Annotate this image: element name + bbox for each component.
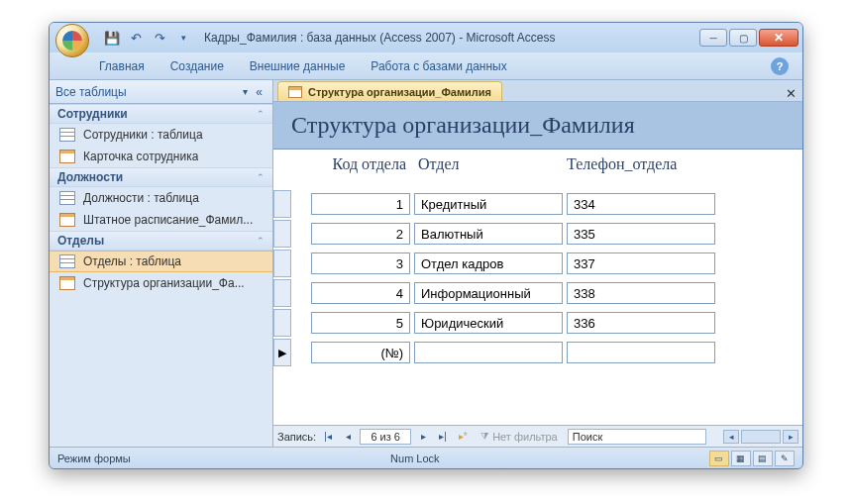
nav-dropdown-icon[interactable]: ▾ [239,86,252,97]
scroll-right-button[interactable]: ▸ [783,430,798,444]
cell-dept[interactable]: Валютный [414,223,563,245]
minimize-button[interactable]: ─ [699,29,727,47]
record-selector[interactable] [273,250,291,277]
scroll-thumb[interactable] [741,430,781,444]
ribbon-tab-create[interactable]: Создание [168,55,226,79]
table-icon [59,254,75,268]
cell-phone[interactable]: 338 [567,282,715,304]
collapse-icon[interactable]: ⌃ [257,109,265,119]
nav-item-org-structure-form[interactable]: Структура организации_Фа... [50,272,272,294]
navigation-pane: Все таблицы ▾ « Сотрудники ⌃ Сотрудники … [50,80,273,447]
search-box[interactable]: Поиск [568,429,706,445]
cell-phone-new[interactable] [567,342,715,363]
cell-dept[interactable]: Отдел кадров [414,252,563,274]
record-label: Запись: [277,431,316,443]
data-row: 4 Информационный 338 [273,278,802,308]
cell-id[interactable]: 5 [311,312,410,334]
nav-item-staffing-form[interactable]: Штатное расписание_Фамил... [50,209,272,231]
ribbon-tab-dbtools[interactable]: Работа с базами данных [369,55,508,79]
nav-item-label: Штатное расписание_Фамил... [83,213,253,227]
next-record-button[interactable]: ▸ [415,429,431,445]
rows: 1 Кредитный 334 2 Валютный 335 3 Отдел к… [273,189,802,425]
cell-id[interactable]: 2 [311,223,410,245]
nav-item-positions-table[interactable]: Должности : таблица [50,187,272,209]
redo-icon[interactable]: ↷ [151,29,168,47]
nav-item-employees-table[interactable]: Сотрудники : таблица [50,124,272,146]
document-tab[interactable]: Структура организации_Фамилия [277,81,502,101]
form-icon [59,276,75,290]
cell-id[interactable]: 4 [311,282,410,304]
collapse-icon[interactable]: ⌃ [257,172,265,182]
cell-phone[interactable]: 334 [567,193,715,215]
cell-id[interactable]: 3 [311,252,410,274]
qat-more-icon[interactable]: ▾ [174,29,192,47]
close-button[interactable]: ✕ [759,29,798,47]
form-view-button[interactable]: ▭ [709,451,729,466]
nav-item-departments-table[interactable]: Отделы : таблица [50,251,272,272]
quick-access-toolbar: 💾 ↶ ↷ ▾ [103,29,192,47]
new-record-button[interactable]: ▸* [455,429,471,445]
nav-item-employee-card[interactable]: Карточка сотрудника [50,146,272,167]
titlebar: 💾 ↶ ↷ ▾ Кадры_Фамилия : база данных (Acc… [50,23,802,52]
prev-record-button[interactable]: ◂ [340,429,356,445]
cell-phone[interactable]: 336 [567,312,715,334]
form-icon [59,213,75,227]
layout-view-button[interactable]: ▤ [753,451,773,466]
first-record-button[interactable]: |◂ [320,429,336,445]
cell-dept[interactable]: Информационный [414,282,563,304]
window-title: Кадры_Фамилия : база данных (Access 2007… [192,31,699,45]
save-icon[interactable]: 💾 [103,29,121,47]
record-selector[interactable] [273,190,291,218]
status-bar: Режим формы Num Lock ▭ ▦ ▤ ✎ [50,447,802,468]
record-selector-current[interactable]: ▶ [273,339,291,366]
record-selector[interactable] [273,279,291,307]
scroll-left-button[interactable]: ◂ [723,430,739,444]
cell-phone[interactable]: 335 [567,223,715,245]
cell-dept[interactable]: Кредитный [414,193,563,215]
document-close-button[interactable]: ✕ [783,86,802,101]
record-selector[interactable] [273,309,291,337]
form-surface: Структура организации_Фамилия Код отдела… [273,102,802,425]
nav-pane-header[interactable]: Все таблицы ▾ « [50,80,272,104]
new-record-row: ▶ (№) [273,338,802,367]
cell-dept[interactable]: Юридический [414,312,563,334]
table-icon [59,191,75,205]
maximize-button[interactable]: ▢ [729,29,757,47]
ribbon-tab-external[interactable]: Внешние данные [248,55,348,79]
cell-id[interactable]: 1 [311,193,410,215]
record-position[interactable]: 6 из 6 [360,429,411,445]
nav-group-positions[interactable]: Должности ⌃ [50,167,272,187]
column-headers: Код отдела Отдел Телефон_отдела [273,150,802,179]
datasheet-view-button[interactable]: ▦ [731,451,751,466]
col-header-dept: Отдел [412,155,561,173]
nav-item-label: Отделы : таблица [83,254,181,268]
col-header-id: Код отдела [313,155,412,173]
nav-collapse-icon[interactable]: « [252,85,266,99]
design-view-button[interactable]: ✎ [775,451,795,466]
ribbon-tab-home[interactable]: Главная [97,55,147,79]
cell-id-new[interactable]: (№) [311,342,410,363]
ribbon: Главная Создание Внешние данные Работа с… [50,52,802,80]
filter-indicator[interactable]: ⧩ Нет фильтра [480,431,558,443]
data-row: 3 Отдел кадров 337 [273,249,802,278]
nav-item-label: Сотрудники : таблица [83,128,203,142]
nav-item-label: Структура организации_Фа... [83,276,245,290]
last-record-button[interactable]: ▸| [435,429,451,445]
record-selector[interactable] [273,220,291,248]
numlock-indicator: Num Lock [390,453,440,464]
collapse-icon[interactable]: ⌃ [257,236,265,246]
app-window: 💾 ↶ ↷ ▾ Кадры_Фамилия : база данных (Acc… [49,22,803,469]
office-button[interactable] [55,24,89,57]
undo-icon[interactable]: ↶ [127,29,145,47]
cell-dept-new[interactable] [414,342,563,363]
help-icon[interactable]: ? [771,57,789,75]
cell-phone[interactable]: 337 [567,252,715,274]
nav-pane-title: Все таблицы [55,85,127,99]
document-tab-label: Структура организации_Фамилия [308,86,491,98]
view-switcher: ▭ ▦ ▤ ✎ [709,451,795,466]
nav-group-employees[interactable]: Сотрудники ⌃ [50,104,272,124]
nav-group-departments[interactable]: Отделы ⌃ [50,231,272,251]
status-mode: Режим формы [57,453,131,464]
nav-group-label: Сотрудники [57,107,128,121]
form-icon [288,86,302,98]
